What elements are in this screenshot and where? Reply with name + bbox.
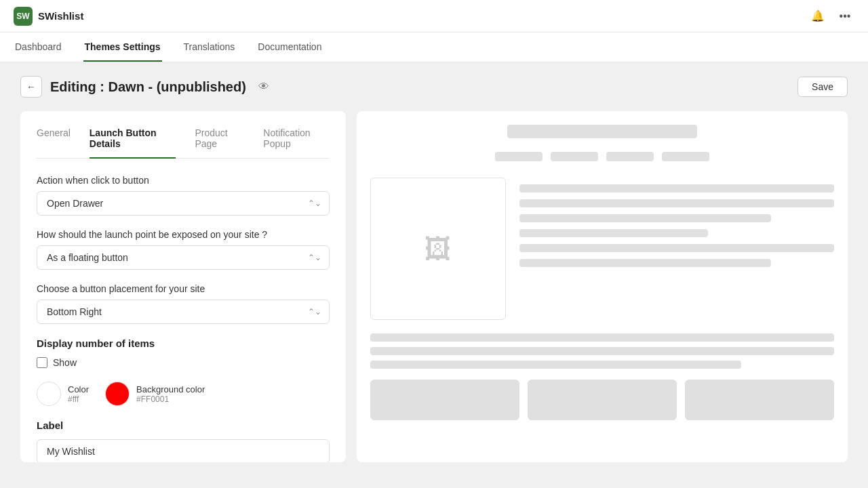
right-panel-preview: 🖼	[357, 111, 848, 462]
placement-select-wrapper: Bottom Right Bottom Left Top Right Top L…	[37, 300, 330, 324]
skeleton-line-4	[519, 229, 708, 237]
exposure-label: How should the launch point be exposed o…	[37, 229, 330, 240]
nav-tab-dashboard[interactable]: Dashboard	[14, 33, 63, 62]
bg-color-value: #FF0001	[136, 394, 205, 404]
skeleton-bottom-2	[370, 347, 834, 355]
sub-tab-launch-button[interactable]: Launch Button Details	[90, 127, 176, 159]
top-bar: SW SWishlist 🔔 •••	[0, 0, 868, 33]
skeleton-line-1	[519, 184, 834, 192]
skeleton-card-1	[370, 380, 519, 420]
show-checkbox[interactable]	[37, 357, 47, 368]
page-header-left: ← Editing : Dawn - (unpublished) 👁	[20, 76, 269, 98]
exposure-form-group: How should the launch point be exposed o…	[37, 229, 330, 270]
app-logo: SW	[14, 7, 33, 26]
bg-color-label: Background color	[136, 384, 205, 394]
color-info-bg: Background color #FF0001	[136, 384, 205, 404]
skeleton-header	[507, 125, 697, 138]
save-button[interactable]: Save	[797, 77, 848, 97]
preview-cards	[370, 380, 834, 420]
exposure-select-wrapper: As a floating button As an inline elemen…	[37, 245, 330, 270]
skeleton-nav-1	[495, 152, 542, 161]
placement-label: Choose a button placement for your site	[37, 283, 330, 294]
skeleton-line-6	[519, 259, 771, 267]
left-panel: General Launch Button Details Product Pa…	[20, 111, 346, 462]
placement-form-group: Choose a button placement for your site …	[37, 283, 330, 324]
sub-tab-notification-popup[interactable]: Notification Popup	[263, 127, 330, 159]
label-title: Label	[37, 420, 330, 431]
show-checkbox-row: Show	[37, 357, 330, 368]
display-number-title: Display number of items	[37, 338, 330, 349]
nav-tab-documentation[interactable]: Documentation	[256, 33, 323, 62]
preview-content: 🖼	[357, 111, 848, 462]
bell-icon[interactable]: 🔔	[808, 7, 827, 26]
skeleton-line-2	[519, 199, 834, 207]
skeleton-nav-4	[662, 152, 709, 161]
skeleton-line-3	[519, 214, 771, 222]
preview-product-area: 🖼	[370, 178, 834, 320]
skeleton-line-5	[519, 244, 834, 252]
color-item-bg: Background color #FF0001	[105, 382, 205, 406]
sub-tabs: General Launch Button Details Product Pa…	[37, 127, 330, 159]
nav-tab-themes[interactable]: Themes Settings	[83, 33, 162, 62]
color-circle-bg[interactable]	[105, 382, 130, 406]
top-bar-right: 🔔 •••	[808, 7, 854, 26]
image-placeholder-icon: 🖼	[425, 234, 452, 264]
action-label: Action when click to button	[37, 175, 330, 186]
color-label: Color	[68, 384, 89, 394]
nav-tabs: Dashboard Themes Settings Translations D…	[0, 33, 868, 62]
action-form-group: Action when click to button Open Drawer …	[37, 175, 330, 216]
skeleton-card-3	[685, 380, 834, 420]
content-layout: General Launch Button Details Product Pa…	[20, 111, 848, 462]
label-input[interactable]	[37, 439, 330, 462]
page-title: Editing : Dawn - (unpublished)	[50, 79, 246, 95]
skeleton-image-box: 🖼	[370, 178, 506, 320]
skeleton-nav-2	[551, 152, 598, 161]
more-options-icon[interactable]: •••	[835, 7, 854, 26]
display-number-group: Display number of items Show	[37, 338, 330, 368]
eye-icon[interactable]: 👁	[258, 81, 269, 93]
skeleton-card-2	[528, 380, 677, 420]
color-info-fg: Color #fff	[68, 384, 89, 404]
back-button[interactable]: ←	[20, 76, 42, 98]
sub-tab-product-page[interactable]: Product Page	[195, 127, 244, 159]
nav-tab-translations[interactable]: Translations	[182, 33, 237, 62]
preview-bottom-lines	[370, 333, 834, 369]
color-item-fg: Color #fff	[37, 382, 89, 406]
main-content: ← Editing : Dawn - (unpublished) 👁 Save …	[0, 62, 868, 488]
sub-tab-general[interactable]: General	[37, 127, 71, 159]
skeleton-bottom-3	[370, 361, 741, 369]
label-section: Label	[37, 420, 330, 462]
color-row: Color #fff Background color #FF0001	[37, 382, 330, 406]
app-name: SWishlist	[38, 10, 83, 22]
skeleton-nav	[370, 152, 834, 161]
color-circle-fg[interactable]	[37, 382, 61, 406]
action-select-wrapper: Open Drawer Open Page Open Modal ⌃⌄	[37, 191, 330, 216]
page-header: ← Editing : Dawn - (unpublished) 👁 Save	[20, 76, 848, 98]
skeleton-nav-3	[606, 152, 654, 161]
action-select[interactable]: Open Drawer Open Page Open Modal	[37, 191, 330, 216]
show-label: Show	[53, 357, 77, 368]
exposure-select[interactable]: As a floating button As an inline elemen…	[37, 245, 330, 270]
skeleton-bottom-1	[370, 333, 834, 342]
placement-select[interactable]: Bottom Right Bottom Left Top Right Top L…	[37, 300, 330, 324]
skeleton-text-area	[519, 178, 834, 320]
color-value: #fff	[68, 394, 89, 404]
